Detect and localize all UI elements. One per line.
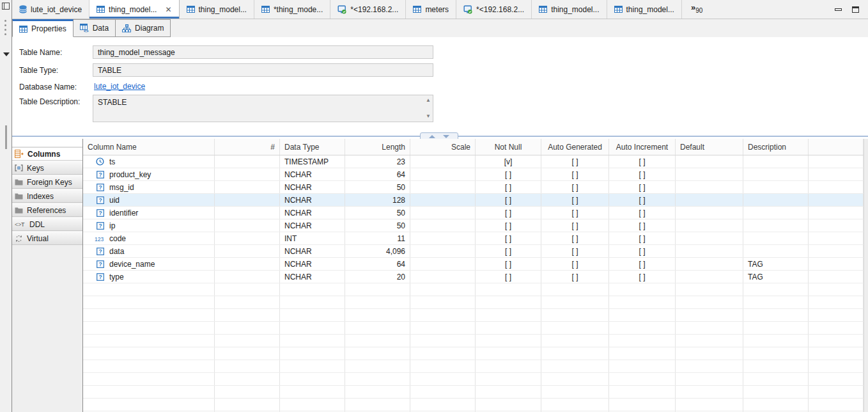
table-type-field[interactable]: TABLE (93, 63, 433, 77)
grid-cell-not_null (476, 283, 541, 296)
table-row[interactable]: ?ipNCHAR50[ ][ ][ ] (83, 219, 868, 232)
sidebar-item-ddl[interactable]: <>TDDL (12, 218, 82, 231)
svg-text:?: ? (98, 223, 102, 229)
database-name-link[interactable]: lute_iot_device (94, 82, 145, 91)
sidebar-item-indexes[interactable]: Indexes (12, 189, 82, 203)
question-icon: ? (95, 222, 105, 230)
editor-tab[interactable]: meters (406, 0, 456, 19)
minimize-icon[interactable] (835, 8, 842, 11)
grid-cell-data_type: NCHAR (280, 181, 345, 193)
grid-cell-not_null: [ ] (476, 232, 541, 244)
table-row[interactable]: ?uidNCHAR128[ ][ ][ ] (83, 194, 868, 207)
grid-cell-default (676, 309, 743, 321)
column-header[interactable]: Not Null (476, 139, 541, 155)
table-row[interactable]: ?typeNCHAR20[ ][ ][ ]TAG (83, 271, 868, 283)
editor-tab-label: *thing_mode... (274, 5, 323, 14)
table-icon (187, 6, 195, 13)
grid-cell-auto_increment: [ ] (609, 168, 676, 180)
grid-cell-ordinal (215, 207, 280, 219)
column-header[interactable] (809, 139, 864, 155)
column-header[interactable]: Scale (410, 139, 476, 155)
grid-cell-length: 50 (345, 181, 410, 193)
empty-row[interactable] (83, 309, 868, 322)
empty-row[interactable] (83, 322, 868, 335)
column-header[interactable]: Auto Increment (609, 139, 676, 155)
empty-row[interactable] (83, 296, 868, 309)
sidebar-item-virtual[interactable]: Virtual (12, 232, 82, 245)
column-header[interactable]: # (215, 139, 280, 155)
editor-tab[interactable]: *<192.168.2... (456, 0, 532, 19)
editor-tab[interactable]: thing_model... (180, 0, 254, 19)
grid-cell-scale (410, 232, 476, 244)
empty-row[interactable] (83, 347, 868, 360)
sidebar-item-keys[interactable]: Keys (12, 161, 82, 175)
table-row[interactable]: ?product_keyNCHAR64[ ][ ][ ] (83, 168, 868, 181)
restore-panel-icon[interactable] (2, 3, 10, 10)
tab-data[interactable]: <>Data (74, 19, 116, 37)
collapse-up-icon[interactable] (429, 135, 435, 138)
empty-row[interactable] (83, 373, 868, 386)
svg-text:<>: <> (15, 221, 22, 228)
column-header[interactable]: Description (743, 139, 809, 155)
grid-cell-data_type (280, 373, 345, 385)
scroll-down-icon[interactable]: ▼ (426, 114, 431, 119)
grid-cell-description (743, 181, 809, 193)
editor-tab[interactable]: *thing_mode... (254, 0, 330, 19)
empty-row[interactable] (83, 335, 868, 347)
grid-cell-length (345, 373, 410, 385)
hidden-tabs-chevron[interactable]: »90 (682, 0, 709, 19)
tab-properties[interactable]: Properties (12, 19, 74, 37)
grid-cell-data_type: NCHAR (280, 219, 345, 232)
grid-cell-default (676, 219, 743, 232)
drag-dots-icon[interactable] (4, 20, 6, 38)
column-header[interactable]: Length (345, 139, 410, 155)
column-header[interactable]: Column Name (83, 139, 215, 155)
grid-cell-length: 23 (345, 155, 410, 168)
tab-diagram[interactable]: Diagram (116, 19, 171, 37)
editor-tab[interactable]: *<192.168.2... (330, 0, 406, 19)
table-row[interactable]: ?dataNCHAR4,096[ ][ ][ ] (83, 245, 868, 258)
table-name-field[interactable]: thing_model_message (93, 45, 433, 59)
view-tab-label: Properties (31, 24, 66, 33)
table-description-field[interactable]: STABLE ▲ ▼ (93, 95, 433, 122)
sidebar-item-columns[interactable]: Columns (12, 147, 82, 161)
sidebar-item-foreign-keys[interactable]: Foreign Keys (12, 175, 82, 189)
table-row[interactable]: ?msg_idNCHAR50[ ][ ][ ] (83, 181, 868, 194)
folder-icon (15, 178, 23, 186)
table-description-value: STABLE (98, 98, 127, 107)
drag-handle[interactable] (5, 125, 7, 149)
editor-tab[interactable]: thing_model...✕ (89, 0, 179, 19)
editor-tab[interactable]: thing_model... (532, 0, 607, 19)
column-header[interactable]: Auto Generated (541, 139, 609, 155)
svg-text:?: ? (98, 197, 102, 203)
panel-splitter[interactable] (12, 131, 868, 139)
empty-row[interactable] (83, 399, 868, 411)
empty-row[interactable] (83, 283, 868, 296)
table-row[interactable]: ?identifierNCHAR50[ ][ ][ ] (83, 207, 868, 219)
empty-row[interactable] (83, 360, 868, 373)
table-row[interactable]: tsTIMESTAMP23[v][ ][ ] (83, 155, 868, 168)
sidebar-item-label: Indexes (27, 192, 54, 201)
column-header[interactable]: Default (676, 139, 743, 155)
collapse-down-icon[interactable] (443, 135, 449, 138)
empty-row[interactable] (83, 386, 868, 399)
grid-cell-auto_generated: [ ] (541, 155, 609, 168)
dropdown-caret-icon[interactable] (3, 52, 10, 56)
sidebar-item-references[interactable]: References (12, 203, 82, 217)
grid-cell-scale (410, 360, 476, 372)
grid-cell-name: ?identifier (83, 207, 215, 219)
table-row[interactable]: 123codeINT11[ ][ ][ ] (83, 232, 868, 245)
hidden-tabs-count: 90 (695, 7, 702, 14)
grid-cell-auto_increment: [ ] (609, 271, 676, 283)
vertical-scrollbar[interactable] (864, 139, 868, 412)
editor-tab[interactable]: thing_model... (607, 0, 682, 19)
column-header[interactable]: Data Type (280, 139, 345, 155)
scroll-up-icon[interactable]: ▲ (426, 98, 431, 103)
close-icon[interactable]: ✕ (165, 6, 171, 13)
editor-tab-label: meters (425, 5, 449, 14)
maximize-icon[interactable] (852, 6, 859, 13)
table-row[interactable]: ?device_nameNCHAR64[ ][ ][ ]TAG (83, 258, 868, 271)
grid-cell-default (676, 245, 743, 257)
editor-tab[interactable]: lute_iot_device (12, 0, 89, 19)
grid-cell-name (83, 296, 215, 308)
